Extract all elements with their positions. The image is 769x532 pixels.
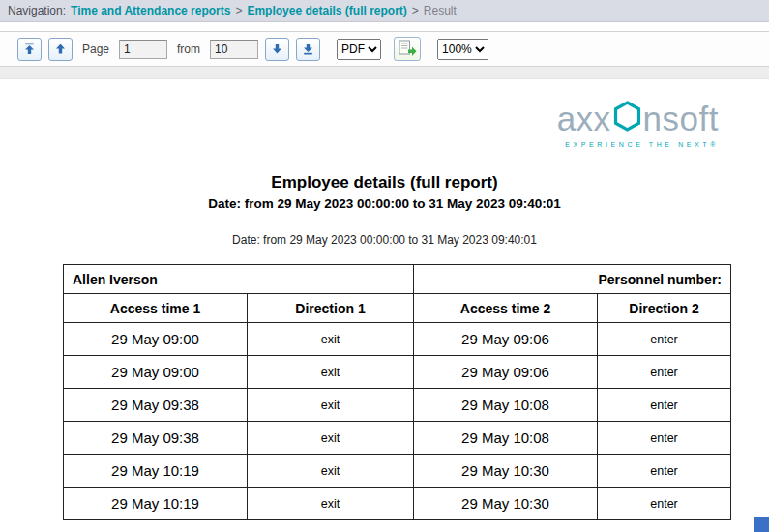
axxonsoft-logo: axx nsoft EXPERIENCE THE NEXT®: [557, 100, 719, 148]
direction-cell: exit: [248, 389, 414, 422]
direction-cell: exit: [248, 422, 414, 455]
access-time-cell: 29 May 09:38: [64, 422, 248, 455]
zoom-select[interactable]: 100%: [437, 39, 488, 60]
employee-header-row: Allen Iverson Personnel number:: [64, 265, 731, 294]
column-header-direction-2: Direction 2: [598, 294, 731, 323]
column-header-row: Access time 1 Direction 1 Access time 2 …: [64, 294, 731, 323]
direction-cell: enter: [598, 389, 731, 422]
access-time-cell: 29 May 09:06: [414, 356, 598, 389]
logo-text-before: axx: [557, 102, 611, 135]
column-header-access-time-1: Access time 1: [64, 294, 248, 323]
report-subtitle: Date: from 29 May 2023 00:00:00 to 31 Ma…: [0, 196, 769, 211]
access-time-cell: 29 May 10:30: [414, 488, 598, 520]
direction-cell: exit: [248, 488, 414, 520]
report-title: Employee details (full report): [0, 173, 769, 192]
logo-tagline: EXPERIENCE THE NEXT®: [557, 141, 719, 148]
hexagon-o-icon: [611, 100, 643, 137]
first-page-button[interactable]: [17, 38, 42, 61]
arrow-up-to-bar-icon: [23, 43, 36, 55]
export-format-select[interactable]: PDF: [337, 39, 381, 60]
arrow-down-to-bar-icon: [302, 43, 314, 55]
access-time-cell: 29 May 10:08: [414, 389, 598, 422]
table-row: 29 May 09:00exit29 May 09:06enter: [64, 323, 731, 356]
next-page-button[interactable]: [265, 38, 289, 61]
direction-cell: enter: [598, 323, 731, 356]
table-row: 29 May 10:19exit29 May 10:30enter: [64, 455, 731, 488]
breadcrumb: Navigation: Time and Attendance reports …: [0, 0, 769, 22]
arrow-down-icon: [271, 43, 283, 55]
breadcrumb-link-time-attendance-reports[interactable]: Time and Attendance reports: [71, 4, 230, 17]
direction-cell: enter: [598, 488, 731, 520]
page-label: Page: [82, 43, 109, 56]
access-time-cell: 29 May 10:30: [414, 455, 598, 488]
access-time-cell: 29 May 09:00: [64, 323, 248, 356]
direction-cell: exit: [248, 356, 414, 389]
report-date-line: Date: from 29 May 2023 00:00:00 to 31 Ma…: [0, 233, 769, 247]
personnel-number-label: Personnel number:: [414, 265, 731, 294]
total-pages-input[interactable]: [210, 40, 258, 59]
previous-page-button[interactable]: [48, 38, 73, 61]
column-header-direction-1: Direction 1: [248, 294, 414, 323]
logo-text-after: nsoft: [643, 102, 719, 135]
direction-cell: enter: [598, 356, 731, 389]
direction-cell: enter: [598, 422, 731, 455]
employee-name: Allen Iverson: [64, 265, 414, 294]
breadcrumb-current-result: Result: [424, 4, 457, 17]
report-table-rows: 29 May 09:00exit29 May 09:06enter29 May …: [64, 323, 731, 520]
table-row: 29 May 09:38exit29 May 10:08enter: [64, 389, 731, 422]
report-viewer-window: Navigation: Time and Attendance reports …: [0, 0, 769, 532]
last-page-button[interactable]: [296, 38, 320, 61]
access-time-cell: 29 May 09:00: [64, 356, 248, 389]
from-label: from: [177, 43, 200, 56]
axxonsoft-logo-wordmark: axx nsoft: [557, 100, 719, 137]
scrollbar-corner[interactable]: [754, 517, 769, 532]
table-row: 29 May 09:00exit29 May 09:06enter: [64, 356, 731, 389]
toolbar: Page from PDF: [0, 31, 769, 67]
export-button[interactable]: [394, 37, 421, 61]
access-time-cell: 29 May 10:19: [64, 488, 248, 520]
report-page: axx nsoft EXPERIENCE THE NEXT® Employee …: [0, 67, 769, 520]
export-document-icon: [399, 40, 417, 59]
breadcrumb-separator: >: [412, 4, 419, 17]
table-row: 29 May 10:19exit29 May 10:30enter: [64, 488, 731, 520]
table-row: 29 May 09:38exit29 May 10:08enter: [64, 422, 731, 455]
column-header-access-time-2: Access time 2: [414, 294, 598, 323]
access-time-cell: 29 May 10:19: [64, 455, 248, 488]
page-number-input[interactable]: [119, 40, 167, 59]
breadcrumb-separator: >: [235, 4, 242, 17]
direction-cell: exit: [248, 455, 414, 488]
breadcrumb-link-employee-details[interactable]: Employee details (full report): [247, 4, 406, 17]
access-time-cell: 29 May 09:38: [64, 389, 248, 422]
direction-cell: exit: [248, 323, 414, 356]
employee-report-table: Allen Iverson Personnel number: Access t…: [63, 264, 731, 520]
breadcrumb-label: Navigation:: [8, 4, 66, 17]
access-time-cell: 29 May 09:06: [414, 323, 598, 356]
access-time-cell: 29 May 10:08: [414, 422, 598, 455]
arrow-up-icon: [54, 43, 67, 55]
toolbar-page-divider: [0, 67, 769, 79]
direction-cell: enter: [598, 455, 731, 488]
